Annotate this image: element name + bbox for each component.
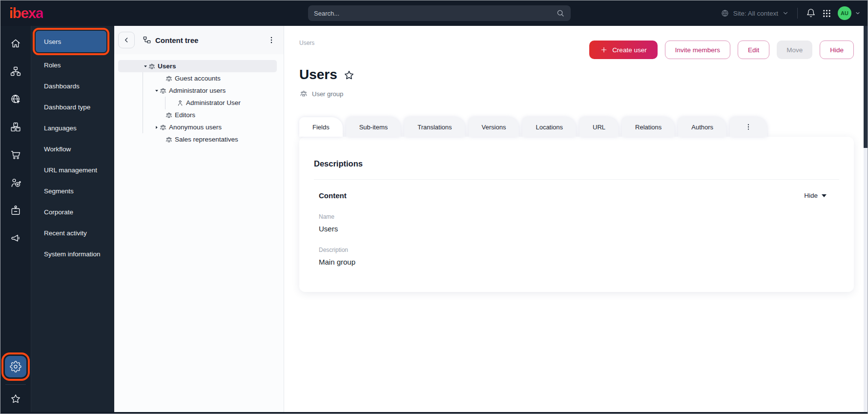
sidebar-item-languages[interactable]: Languages	[31, 118, 114, 139]
rail-item-content-structure[interactable]	[6, 62, 25, 81]
global-search	[308, 5, 571, 21]
globe-site-icon	[10, 93, 21, 105]
tree-item-anonymous-users[interactable]: Anonymous users	[118, 121, 277, 133]
invite-members-button[interactable]: Invite members	[665, 41, 730, 59]
sidebar-item-system-information[interactable]: System information	[31, 244, 114, 265]
kebab-menu-icon[interactable]	[267, 36, 276, 44]
notifications-bell-icon[interactable]	[806, 8, 816, 18]
tab-versions[interactable]: Versions	[469, 117, 519, 137]
rail-item-products[interactable]	[6, 117, 25, 137]
hide-label: Hide	[830, 46, 844, 54]
field-value: Users	[319, 225, 839, 233]
user-group-icon	[165, 111, 173, 119]
invite-members-label: Invite members	[675, 46, 720, 54]
tree-item-label: Editors	[175, 111, 195, 119]
rail-item-admin-settings[interactable]	[5, 356, 26, 377]
tab-url[interactable]: URL	[579, 117, 619, 137]
topbar-divider	[797, 8, 798, 19]
chevron-down-icon[interactable]	[855, 10, 861, 16]
rail-item-marketing[interactable]	[6, 228, 25, 248]
edit-label: Edit	[748, 46, 759, 54]
page-scrollbar[interactable]	[864, 26, 868, 412]
rail-item-personalization[interactable]	[6, 173, 25, 192]
breadcrumb[interactable]: Users	[299, 40, 314, 46]
sidebar-item-corporate[interactable]: Corporate	[31, 202, 114, 223]
search-icon[interactable]	[556, 9, 565, 18]
rail-item-home[interactable]	[6, 34, 25, 53]
sidebar-item-workflow[interactable]: Workflow	[31, 139, 114, 160]
caret-down-icon[interactable]	[143, 64, 148, 69]
rail-item-site[interactable]	[6, 89, 25, 109]
tab-relations[interactable]: Relations	[622, 117, 675, 137]
action-buttons: Create userInvite membersEditMoveHide	[589, 41, 854, 59]
user-group-icon	[165, 136, 173, 144]
tree-item-guest-accounts[interactable]: Guest accounts	[118, 72, 277, 84]
sitemap-icon	[10, 65, 21, 77]
tree-item-administrator-users[interactable]: Administrator users	[118, 84, 277, 97]
caret-right-icon[interactable]	[154, 125, 159, 130]
rail-item-bookmarks[interactable]	[6, 389, 25, 409]
sidebar-item-dashboards[interactable]: Dashboards	[31, 76, 114, 97]
caret-down-icon	[822, 194, 827, 197]
search-input[interactable]	[314, 10, 556, 17]
tab-translations[interactable]: Translations	[404, 117, 465, 137]
chevron-down-icon	[782, 10, 789, 17]
site-context-selector[interactable]: Site: All context	[721, 9, 789, 18]
tree-item-label: Sales representatives	[175, 136, 238, 143]
collapse-tree-button[interactable]	[118, 32, 135, 48]
tree-guide-line	[143, 72, 143, 133]
fields-card: Descriptions Content Hide NameUsersDescr…	[299, 137, 854, 292]
content-tree-title-wrap: Content tree	[143, 36, 198, 44]
sidebar-item-dashboard-type[interactable]: Dashboard type	[31, 97, 114, 118]
content-group-header: Content Hide	[314, 191, 839, 200]
content-tree-header: Content tree	[114, 26, 284, 54]
card-divider	[314, 179, 839, 180]
edit-button[interactable]: Edit	[738, 41, 769, 59]
tree-item-users[interactable]: Users	[118, 60, 277, 72]
topbar-right-cluster: Site: All context AU	[721, 6, 861, 20]
ibexa-logo[interactable]: ibexa	[9, 5, 43, 21]
content-tree-panel: Content tree UsersGuest accountsAdminist…	[114, 26, 284, 414]
favorite-star-icon[interactable]	[343, 69, 355, 81]
caret-down-icon[interactable]	[154, 88, 159, 93]
rail-item-commerce[interactable]	[6, 145, 25, 165]
rail-bottom-group	[0, 356, 31, 409]
sidebar-item-recent-activity[interactable]: Recent activity	[31, 223, 114, 244]
tab-locations[interactable]: Locations	[522, 117, 576, 137]
chevron-left-icon	[123, 36, 130, 44]
tree-item-administrator-user[interactable]: Administrator User	[118, 97, 277, 109]
user-group-icon	[159, 124, 167, 131]
hide-button[interactable]: Hide	[820, 41, 854, 59]
rail-item-corporate[interactable]	[6, 201, 25, 220]
user-group-icon	[299, 89, 308, 98]
move-button[interactable]: Move	[777, 41, 812, 59]
cart-icon	[10, 149, 21, 161]
tree-item-label: Anonymous users	[169, 124, 222, 131]
user-group-icon	[148, 62, 156, 70]
tab-more[interactable]	[730, 117, 767, 137]
tab-authors[interactable]: Authors	[678, 117, 726, 137]
tree-item-editors[interactable]: Editors	[118, 109, 277, 121]
sidebar-item-users[interactable]: Users	[36, 31, 106, 52]
collapse-group-control[interactable]: Hide	[804, 192, 827, 199]
field-value: Main group	[319, 258, 839, 266]
tab-sub-items[interactable]: Sub-items	[346, 117, 401, 137]
packages-icon	[10, 121, 21, 133]
home-icon	[10, 38, 21, 49]
ibexa-admin-window: ibexa Site: All context AU	[0, 0, 868, 414]
create-user-button[interactable]: Create user	[589, 41, 658, 59]
tree-item-sales-representatives[interactable]: Sales representatives	[118, 133, 277, 145]
sidebar-item-url-management[interactable]: URL management	[31, 160, 114, 181]
avatar[interactable]: AU	[838, 6, 851, 20]
scrollbar-thumb[interactable]	[864, 26, 868, 148]
sidebar-item-segments[interactable]: Segments	[31, 181, 114, 202]
megaphone-icon	[10, 232, 21, 244]
tree-item-label: Administrator users	[169, 87, 226, 94]
sidebar-item-roles[interactable]: Roles	[31, 55, 114, 76]
descriptions-heading: Descriptions	[314, 159, 839, 168]
gear-icon	[10, 361, 21, 373]
tab-fields[interactable]: Fields	[299, 117, 343, 137]
tree-item-label: Users	[158, 62, 176, 70]
apps-grid-icon[interactable]	[822, 9, 831, 18]
kebab-menu-icon	[744, 123, 752, 131]
